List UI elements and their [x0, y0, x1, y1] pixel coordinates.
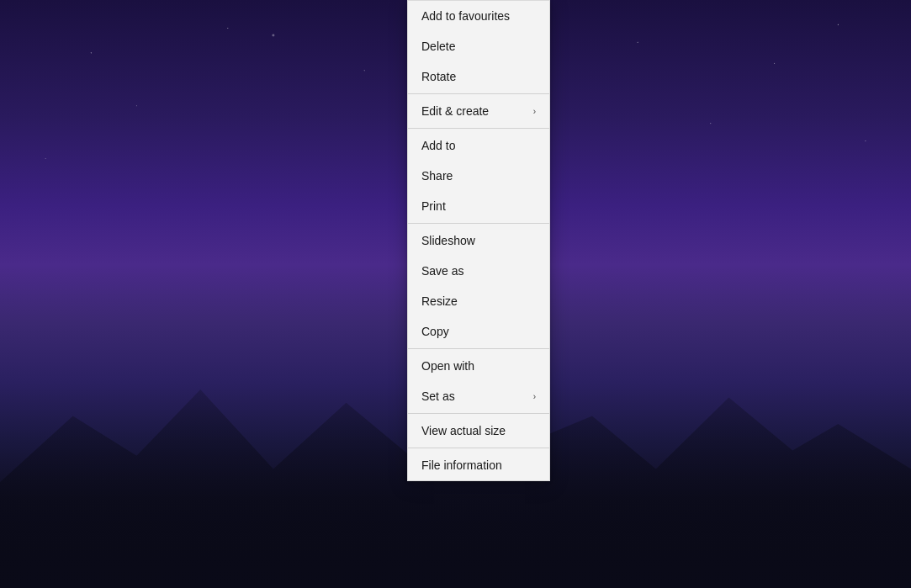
menu-item-slideshow[interactable]: Slideshow: [408, 225, 549, 256]
divider: [408, 448, 549, 448]
menu-item-save-as[interactable]: Save as: [408, 256, 549, 286]
menu-item-view-actual-size[interactable]: View actual size: [408, 416, 549, 446]
menu-item-file-information[interactable]: File information: [408, 450, 549, 480]
submenu-chevron-icon: ›: [533, 392, 536, 401]
menu-item-label: Edit & create: [421, 104, 489, 118]
menu-item-copy[interactable]: Copy: [408, 316, 549, 347]
context-menu: Add to favourites Delete Rotate Edit & c…: [407, 0, 550, 481]
menu-item-label: Add to: [421, 139, 455, 152]
menu-item-label: Slideshow: [421, 234, 475, 247]
divider: [408, 413, 549, 414]
submenu-chevron-icon: ›: [533, 107, 536, 116]
menu-item-add-to[interactable]: Add to: [408, 130, 549, 161]
menu-item-label: Save as: [421, 264, 464, 278]
menu-item-label: Rotate: [421, 70, 456, 83]
menu-item-print[interactable]: Print: [408, 191, 549, 221]
menu-item-label: File information: [421, 458, 502, 472]
menu-item-label: Set as: [421, 389, 455, 403]
menu-item-label: Print: [421, 199, 446, 213]
menu-item-label: Share: [421, 169, 453, 183]
menu-item-label: Open with: [421, 359, 474, 373]
menu-item-resize[interactable]: Resize: [408, 286, 549, 316]
divider: [408, 93, 549, 94]
menu-item-set-as[interactable]: Set as ›: [408, 381, 549, 411]
divider: [408, 128, 549, 129]
menu-item-label: View actual size: [421, 424, 506, 437]
menu-item-edit-create[interactable]: Edit & create ›: [408, 96, 549, 126]
menu-item-delete[interactable]: Delete: [408, 31, 549, 61]
menu-item-open-with[interactable]: Open with: [408, 351, 549, 381]
divider: [408, 348, 549, 349]
menu-item-add-to-favourites[interactable]: Add to favourites: [408, 1, 549, 31]
menu-item-label: Resize: [421, 294, 458, 308]
menu-item-label: Delete: [421, 40, 455, 53]
menu-item-label: Add to favourites: [421, 9, 510, 23]
menu-item-label: Copy: [421, 325, 449, 338]
menu-item-rotate[interactable]: Rotate: [408, 61, 549, 92]
divider: [408, 223, 549, 224]
menu-item-share[interactable]: Share: [408, 161, 549, 191]
